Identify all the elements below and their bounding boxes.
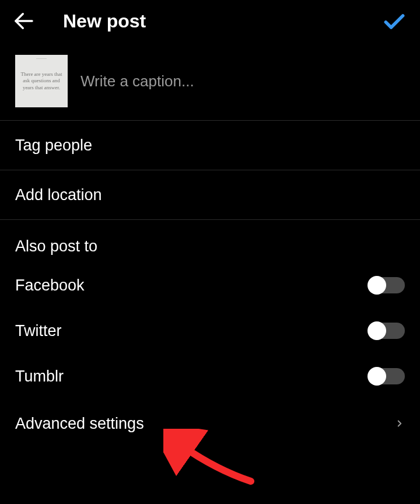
toggle-knob	[368, 321, 386, 340]
share-row-twitter: Twitter	[0, 308, 420, 354]
post-thumbnail[interactable]: There are years that ask questions and y…	[15, 55, 68, 107]
chevron-right-icon	[394, 418, 405, 429]
header: New post	[0, 0, 420, 42]
page-title: New post	[63, 10, 380, 32]
caption-row: There are years that ask questions and y…	[0, 42, 420, 120]
toggle-facebook[interactable]	[369, 277, 405, 293]
advanced-settings-label: Advanced settings	[15, 415, 394, 433]
also-post-to-header: Also post to	[0, 220, 420, 262]
toggle-knob	[368, 276, 386, 295]
share-row-facebook: Facebook	[0, 262, 420, 308]
share-label-facebook: Facebook	[15, 276, 369, 295]
advanced-settings-row[interactable]: Advanced settings	[0, 399, 420, 448]
add-location-row[interactable]: Add location	[0, 170, 420, 219]
confirm-check-icon[interactable]	[380, 7, 408, 35]
share-row-tumblr: Tumblr	[0, 354, 420, 399]
toggle-twitter[interactable]	[369, 323, 405, 339]
tag-people-row[interactable]: Tag people	[0, 121, 420, 170]
back-arrow-icon[interactable]	[12, 7, 40, 35]
share-label-tumblr: Tumblr	[15, 368, 369, 386]
caption-input[interactable]	[80, 72, 405, 90]
toggle-tumblr[interactable]	[369, 368, 405, 384]
add-location-label: Add location	[15, 186, 405, 204]
thumbnail-placeholder-text: There are years that ask questions and y…	[19, 71, 64, 91]
toggle-knob	[368, 367, 386, 386]
tag-people-label: Tag people	[15, 136, 405, 155]
share-label-twitter: Twitter	[15, 322, 369, 340]
